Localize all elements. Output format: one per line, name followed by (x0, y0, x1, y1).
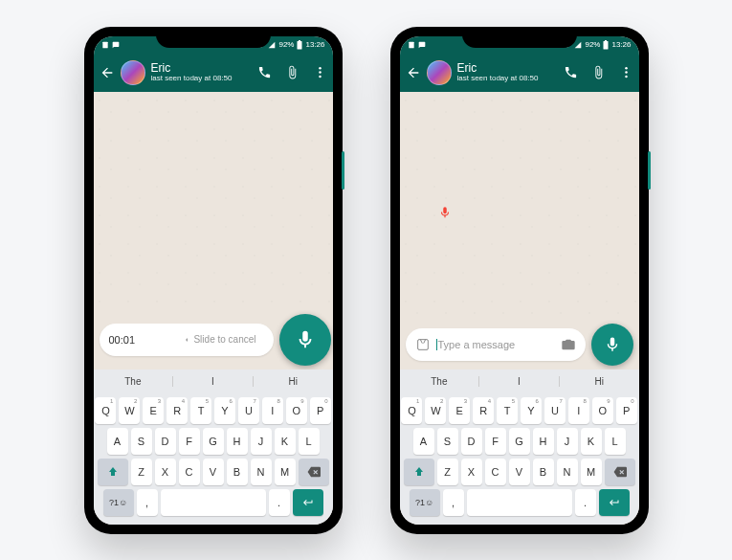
enter-key[interactable] (599, 489, 630, 516)
key-F[interactable]: F (179, 428, 200, 455)
key-O[interactable]: O9 (592, 397, 613, 424)
back-icon[interactable] (100, 65, 115, 80)
key-T[interactable]: T5 (497, 397, 518, 424)
key-H[interactable]: H (533, 428, 554, 455)
chat-icon (418, 41, 426, 49)
key-J[interactable]: J (251, 428, 272, 455)
message-input[interactable]: Type a message (436, 339, 555, 350)
key-I[interactable]: I8 (568, 397, 589, 424)
space-key[interactable] (467, 489, 572, 516)
suggestion[interactable]: The (400, 376, 480, 387)
message-pill[interactable]: Type a message (406, 328, 586, 361)
menu-icon[interactable] (313, 65, 327, 79)
key-V[interactable]: V (509, 459, 530, 485)
key-Z[interactable]: Z (131, 459, 152, 485)
key-R[interactable]: R4 (473, 397, 494, 424)
key-W[interactable]: W2 (425, 397, 446, 424)
period-key[interactable]: . (575, 489, 596, 516)
key-X[interactable]: X (155, 459, 176, 485)
avatar[interactable] (121, 60, 145, 85)
key-L[interactable]: L (605, 428, 626, 455)
period-key[interactable]: . (269, 489, 290, 516)
comma-key[interactable]: , (443, 489, 464, 516)
key-B[interactable]: B (227, 459, 248, 485)
emoji-icon[interactable] (415, 337, 431, 352)
key-Z[interactable]: Z (437, 459, 458, 485)
comma-key[interactable]: , (137, 489, 158, 516)
key-P[interactable]: P0 (310, 397, 331, 424)
menu-icon[interactable] (619, 65, 633, 79)
key-H[interactable]: H (227, 428, 248, 455)
call-icon[interactable] (257, 65, 272, 79)
shift-key[interactable] (98, 459, 128, 485)
key-T[interactable]: T5 (190, 397, 211, 424)
contact-info[interactable]: Eric last seen today at 08:50 (457, 62, 558, 83)
slide-cancel[interactable]: Slide to cancel (183, 334, 255, 345)
key-O[interactable]: O9 (286, 397, 307, 424)
camera-icon[interactable] (561, 337, 576, 352)
key-D[interactable]: D (461, 428, 482, 455)
key-E[interactable]: E3 (143, 397, 164, 424)
backspace-key[interactable] (605, 459, 635, 485)
key-C[interactable]: C (485, 459, 506, 485)
attach-icon[interactable] (285, 65, 299, 79)
enter-key[interactable] (293, 489, 323, 516)
key-P[interactable]: P0 (616, 397, 637, 424)
svg-rect-7 (409, 41, 413, 48)
attach-icon[interactable] (591, 65, 606, 79)
phone-typing: 92% 13:26 Eric last seen today at 08:50 … (390, 27, 649, 534)
key-Y[interactable]: Y6 (214, 397, 235, 424)
call-icon[interactable] (564, 65, 578, 79)
key-K[interactable]: K (581, 428, 602, 455)
avatar[interactable] (427, 60, 452, 85)
key-N[interactable]: N (557, 459, 578, 485)
suggestion[interactable]: Hi (254, 376, 333, 387)
space-key[interactable] (161, 489, 266, 516)
status-bar: 92% 13:26 (94, 36, 333, 54)
suggestion[interactable]: The (94, 376, 174, 387)
key-N[interactable]: N (251, 459, 272, 485)
mic-button[interactable] (279, 314, 331, 366)
chat-icon (112, 41, 120, 49)
key-K[interactable]: K (275, 428, 296, 455)
key-B[interactable]: B (533, 459, 554, 485)
suggestion[interactable]: Hi (560, 376, 639, 387)
suggestion[interactable]: I (479, 376, 560, 387)
key-U[interactable]: U7 (238, 397, 259, 424)
suggestion[interactable]: I (173, 376, 254, 387)
key-I[interactable]: I8 (262, 397, 283, 424)
contact-info[interactable]: Eric last seen today at 08:50 (151, 62, 252, 83)
symbols-key[interactable]: ?1☺ (410, 489, 440, 516)
key-X[interactable]: X (461, 459, 482, 485)
key-M[interactable]: M (275, 459, 296, 485)
key-M[interactable]: M (581, 459, 602, 485)
key-S[interactable]: S (131, 428, 152, 455)
key-W[interactable]: W2 (119, 397, 140, 424)
key-G[interactable]: G (203, 428, 224, 455)
key-F[interactable]: F (485, 428, 506, 455)
key-V[interactable]: V (203, 459, 224, 485)
shift-key[interactable] (404, 459, 434, 485)
chat-header: Eric last seen today at 08:50 (94, 54, 333, 92)
backspace-key[interactable] (299, 459, 329, 485)
contact-name: Eric (151, 62, 252, 75)
key-L[interactable]: L (299, 428, 320, 455)
back-icon[interactable] (406, 65, 421, 80)
key-U[interactable]: U7 (544, 397, 566, 424)
key-G[interactable]: G (509, 428, 530, 455)
mic-button[interactable] (591, 324, 633, 366)
key-Q[interactable]: Q1 (95, 397, 116, 424)
key-Y[interactable]: Y6 (521, 397, 542, 424)
key-E[interactable]: E3 (449, 397, 470, 424)
key-D[interactable]: D (155, 428, 176, 455)
symbols-key[interactable]: ?1☺ (103, 489, 134, 516)
keyboard-suggestions: The I Hi (94, 370, 333, 394)
key-Q[interactable]: Q1 (401, 397, 422, 424)
key-J[interactable]: J (557, 428, 578, 455)
key-S[interactable]: S (437, 428, 458, 455)
key-C[interactable]: C (179, 459, 200, 485)
key-A[interactable]: A (413, 428, 434, 455)
key-R[interactable]: R4 (166, 397, 188, 424)
key-A[interactable]: A (107, 428, 128, 455)
clock: 13:26 (305, 40, 324, 49)
